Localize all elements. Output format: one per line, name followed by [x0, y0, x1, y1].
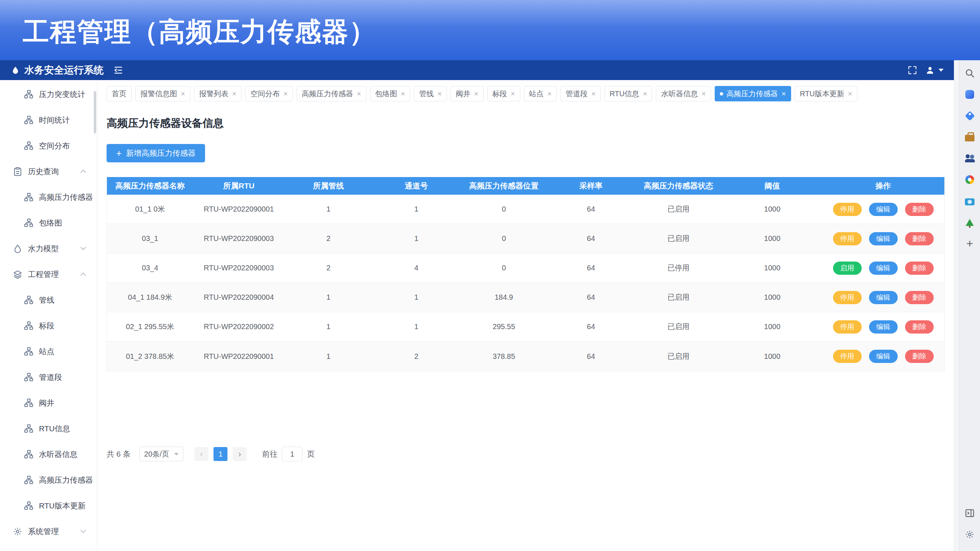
sidebar-item-hf-pressure-sensor-history[interactable]: 高频压力传感器 — [0, 184, 97, 210]
tab-spatial-distribution[interactable]: 空间分布× — [245, 86, 293, 102]
disable-button[interactable]: 停用 — [833, 291, 862, 304]
close-icon[interactable]: × — [357, 90, 361, 97]
edit-button[interactable]: 编辑 — [869, 262, 898, 275]
disable-button[interactable]: 停用 — [833, 203, 862, 216]
close-icon[interactable]: × — [181, 90, 185, 97]
edit-button[interactable]: 编辑 — [869, 291, 898, 304]
fullscreen-icon[interactable] — [908, 65, 917, 75]
close-icon[interactable]: × — [547, 90, 552, 97]
close-icon[interactable]: × — [283, 90, 288, 97]
assistant-icon[interactable] — [961, 86, 978, 103]
sidebar-item-project-management[interactable]: 工程管理 — [0, 262, 97, 287]
cell-name: 03_4 — [107, 254, 193, 283]
sidebar-item-rtu-info[interactable]: RTU信息 — [0, 416, 97, 441]
close-icon[interactable]: × — [848, 90, 852, 97]
layers-icon — [13, 270, 22, 279]
disable-button[interactable]: 停用 — [833, 232, 862, 245]
close-icon[interactable]: × — [591, 90, 596, 97]
edit-button[interactable]: 编辑 — [869, 232, 898, 245]
add-sensor-button[interactable]: + 新增高频压力传感器 — [107, 144, 205, 162]
sidebar-item-system-management[interactable]: 系统管理 — [0, 519, 97, 545]
close-icon[interactable]: × — [702, 90, 706, 97]
sidebar-item-station[interactable]: 站点 — [0, 339, 97, 364]
prev-page-button[interactable]: ‹ — [194, 447, 208, 461]
briefcase-icon[interactable] — [961, 129, 978, 146]
tab-station[interactable]: 站点× — [524, 86, 557, 102]
sidebar-item-rtu-version-update[interactable]: RTU版本更新 — [0, 493, 97, 519]
sidebar-item-hydrophone-info[interactable]: 水听器信息 — [0, 441, 97, 467]
current-page-button[interactable]: 1 — [213, 447, 228, 461]
edit-button[interactable]: 编辑 — [869, 350, 898, 363]
sidebar-item-time-stats[interactable]: 时间统计 — [0, 107, 97, 133]
grid-icon — [24, 115, 33, 125]
close-icon[interactable]: × — [474, 90, 479, 97]
tag-icon[interactable] — [961, 107, 978, 124]
add-icon[interactable]: + — [961, 235, 978, 252]
grid-icon — [24, 192, 33, 202]
user-avatar-icon[interactable] — [925, 65, 943, 75]
settings-icon[interactable] — [961, 526, 978, 543]
tab-envelope-chart[interactable]: 包络图× — [370, 86, 410, 102]
cell-pipeline: 2 — [285, 254, 372, 283]
tab-pipeline[interactable]: 管线× — [414, 86, 447, 102]
close-icon[interactable]: × — [232, 90, 237, 97]
tab-alarm-list[interactable]: 报警列表× — [194, 86, 242, 102]
fold-menu-icon[interactable] — [113, 65, 124, 75]
close-icon[interactable]: × — [643, 90, 648, 97]
side-panel-icon[interactable] — [961, 505, 978, 522]
sidebar-item-pipeline[interactable]: 管线 — [0, 287, 97, 313]
sidebar-item-valve-well[interactable]: 阀井 — [0, 390, 97, 416]
delete-button[interactable]: 删除 — [905, 232, 934, 245]
tab-home[interactable]: 首页 — [107, 86, 132, 102]
tab-label: 报警列表 — [199, 89, 229, 99]
gear-icon — [13, 527, 22, 537]
people-icon[interactable] — [961, 150, 978, 167]
close-icon[interactable]: × — [511, 90, 515, 97]
sidebar-item-section[interactable]: 标段 — [0, 313, 97, 339]
disable-button[interactable]: 停用 — [833, 350, 862, 363]
sidebar-item-label: 包络图 — [39, 218, 62, 228]
tab-hydrophone-info[interactable]: 水听器信息× — [656, 86, 711, 102]
sidebar-item-history-query[interactable]: 历史查询 — [0, 159, 97, 184]
enable-button[interactable]: 启用 — [833, 262, 862, 275]
sidebar-item-pipe-segment[interactable]: 管道段 — [0, 364, 97, 390]
delete-button[interactable]: 删除 — [905, 291, 934, 304]
tree-icon[interactable] — [961, 214, 978, 231]
edit-button[interactable]: 编辑 — [869, 203, 898, 216]
delete-button[interactable]: 删除 — [905, 262, 934, 275]
tab-section[interactable]: 标段× — [487, 86, 520, 102]
sidebar-item-hf-pressure-sensor[interactable]: 高频压力传感器 — [0, 467, 97, 493]
sidebar-item-hydraulic-model[interactable]: 水力模型 — [0, 236, 97, 262]
delete-button[interactable]: 删除 — [905, 203, 934, 216]
disable-button[interactable]: 停用 — [833, 320, 862, 333]
sidebar-item-label: 水听器信息 — [39, 449, 78, 459]
tab-alarm-info-chart[interactable]: 报警信息图× — [135, 86, 190, 102]
sidebar-item-spatial-distribution[interactable]: 空间分布 — [0, 133, 97, 159]
edit-button[interactable]: 编辑 — [869, 320, 898, 333]
cell-status: 已启用 — [635, 312, 722, 341]
page-scrollbar[interactable] — [954, 60, 959, 551]
tab-rtu-version-update[interactable]: RTU版本更新× — [795, 86, 857, 102]
tab-rtu-info[interactable]: RTU信息× — [605, 86, 652, 102]
colorwheel-icon[interactable] — [961, 171, 978, 188]
table-row: 02_1 295.55米RTU-WP202209000211295.5564已启… — [107, 312, 944, 341]
tab-valve-well[interactable]: 阀井× — [450, 86, 484, 102]
close-icon[interactable]: × — [781, 90, 786, 97]
sidebar-item-pressure-mutation-stats[interactable]: 压力突变统计 — [0, 81, 97, 107]
delete-button[interactable]: 删除 — [905, 350, 934, 363]
camera-icon[interactable] — [961, 192, 978, 210]
sidebar-item-envelope-chart[interactable]: 包络图 — [0, 210, 97, 236]
page-size-select[interactable]: 20条/页 — [139, 447, 183, 461]
close-icon[interactable]: × — [401, 90, 405, 97]
cell-pipeline: 2 — [285, 224, 372, 253]
tab-hf-pressure-sensor[interactable]: 高频压力传感器× — [715, 86, 791, 102]
close-icon[interactable]: × — [437, 90, 442, 97]
grid-icon — [24, 398, 33, 408]
next-page-button[interactable]: › — [232, 447, 247, 461]
sidebar-scrollbar[interactable] — [94, 91, 96, 133]
delete-button[interactable]: 删除 — [905, 320, 934, 333]
goto-page-input[interactable] — [282, 447, 302, 461]
tab-pipe-segment[interactable]: 管道段× — [560, 86, 601, 102]
search-icon[interactable] — [961, 65, 978, 81]
tab-hf-pressure-sensor-history[interactable]: 高频压力传感器× — [296, 86, 366, 102]
